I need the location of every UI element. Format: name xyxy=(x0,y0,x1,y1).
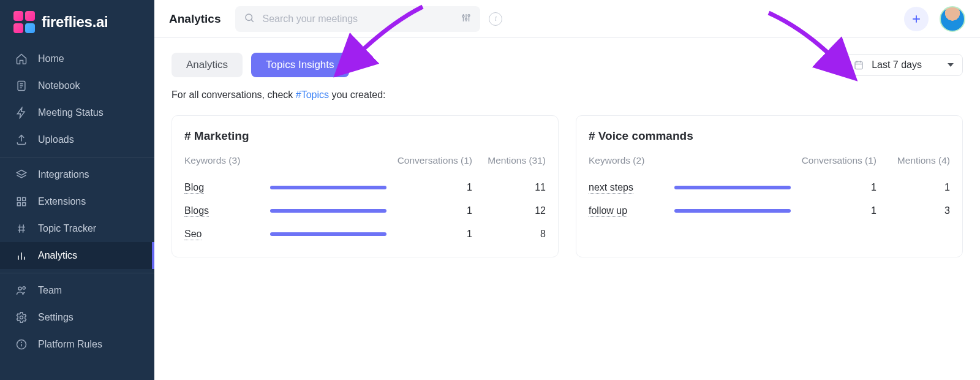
keyword-row: Blogs112 xyxy=(184,199,546,222)
bar xyxy=(270,232,393,236)
sidebar: fireflies.ai Home Notebook Meeting Statu… xyxy=(0,0,154,380)
layers-icon xyxy=(15,168,28,181)
tab-analytics[interactable]: Analytics xyxy=(172,53,243,77)
nav-divider xyxy=(0,273,154,273)
keyword[interactable]: Blogs xyxy=(184,205,270,216)
svg-point-22 xyxy=(246,14,252,21)
card-marketing: # Marketing Keywords (3) Conversations (… xyxy=(172,115,559,257)
keyword-row: Seo18 xyxy=(184,222,546,246)
keyword[interactable]: Blog xyxy=(184,182,270,193)
sidebar-item-label: Uploads xyxy=(38,134,74,145)
sidebar-item-label: Team xyxy=(38,285,62,296)
keyword-row: Blog111 xyxy=(184,176,546,199)
calendar-icon xyxy=(853,59,864,70)
card-rows: Blog111Blogs112Seo18 xyxy=(184,176,546,246)
conversations-value: 1 xyxy=(393,229,472,240)
search-input[interactable] xyxy=(262,13,453,25)
svg-point-25 xyxy=(462,15,464,17)
gear-icon xyxy=(15,311,28,324)
sidebar-item-extensions[interactable]: Extensions xyxy=(0,188,154,215)
date-range-label: Last 7 days xyxy=(872,59,922,70)
analytics-icon xyxy=(15,249,28,262)
sidebar-item-label: Settings xyxy=(38,312,74,323)
avatar[interactable] xyxy=(940,6,965,32)
cards: # Marketing Keywords (3) Conversations (… xyxy=(172,115,963,257)
conversations-value: 1 xyxy=(393,182,472,193)
sidebar-item-label: Meeting Status xyxy=(38,107,104,118)
card-rows: next steps11follow up13 xyxy=(589,176,950,222)
bar xyxy=(270,209,393,213)
svg-line-12 xyxy=(23,224,24,232)
nav-group-2: Team Settings Platform Rules xyxy=(0,277,154,358)
svg-marker-4 xyxy=(17,170,26,175)
col-keywords: Keywords (3) xyxy=(184,155,270,166)
notebook-icon xyxy=(15,79,28,93)
hash-icon xyxy=(15,222,28,235)
sidebar-item-topic-tracker[interactable]: Topic Tracker xyxy=(0,215,154,242)
sidebar-item-label: Home xyxy=(38,53,64,64)
sidebar-item-label: Notebook xyxy=(38,80,80,91)
bolt-icon xyxy=(15,106,28,120)
svg-rect-8 xyxy=(23,203,26,206)
team-icon xyxy=(15,284,28,297)
sidebar-item-analytics[interactable]: Analytics xyxy=(0,242,154,269)
filters-icon[interactable] xyxy=(461,12,472,26)
date-range-picker[interactable]: Last 7 days xyxy=(844,54,963,76)
conversations-value: 1 xyxy=(797,182,876,193)
nav-divider xyxy=(0,157,154,158)
mentions-value: 11 xyxy=(472,182,546,193)
conversations-value: 1 xyxy=(393,205,472,216)
logo-mark xyxy=(13,11,36,33)
svg-point-18 xyxy=(20,316,23,319)
sidebar-item-label: Integrations xyxy=(38,169,89,180)
logo[interactable]: fireflies.ai xyxy=(0,0,154,45)
bar xyxy=(674,209,797,213)
col-mentions: Mentions (4) xyxy=(876,155,950,166)
keyword[interactable]: Seo xyxy=(184,229,270,240)
col-conversations: Conversations (1) xyxy=(393,155,472,166)
search-box[interactable] xyxy=(235,6,480,32)
sidebar-item-platform-rules[interactable]: Platform Rules xyxy=(0,331,154,358)
info-icon xyxy=(15,338,28,351)
keyword[interactable]: next steps xyxy=(589,182,674,193)
nav-group-1: Integrations Extensions Topic Tracker An… xyxy=(0,161,154,269)
mentions-value: 8 xyxy=(472,229,546,240)
col-conversations: Conversations (1) xyxy=(797,155,876,166)
sidebar-item-notebook[interactable]: Notebook xyxy=(0,72,154,99)
sidebar-item-integrations[interactable]: Integrations xyxy=(0,161,154,188)
svg-rect-5 xyxy=(17,197,20,200)
sidebar-item-meeting-status[interactable]: Meeting Status xyxy=(0,99,154,126)
svg-point-16 xyxy=(18,287,21,290)
col-keywords: Keywords (2) xyxy=(589,155,674,166)
subtext: For all conversations, check #Topics you… xyxy=(172,89,963,101)
chevron-down-icon xyxy=(948,63,954,67)
sidebar-item-settings[interactable]: Settings xyxy=(0,304,154,331)
home-icon xyxy=(15,52,28,66)
sidebar-item-team[interactable]: Team xyxy=(0,277,154,304)
search-icon xyxy=(244,12,255,26)
sidebar-item-uploads[interactable]: Uploads xyxy=(0,126,154,153)
help-icon[interactable]: i xyxy=(489,12,502,26)
card-columns: Keywords (3) Conversations (1) Mentions … xyxy=(184,155,546,166)
sidebar-item-label: Analytics xyxy=(38,250,77,261)
tab-topics-insights[interactable]: Topics Insights xyxy=(251,53,349,77)
bar xyxy=(270,186,393,189)
topics-link[interactable]: #Topics xyxy=(296,89,329,100)
svg-rect-6 xyxy=(23,197,26,200)
grid-icon xyxy=(15,195,28,208)
svg-rect-7 xyxy=(17,203,20,206)
card-title: # Voice commands xyxy=(589,129,950,143)
tab-row: Analytics Topics Insights Last 7 days xyxy=(172,53,963,77)
brand-name: fireflies.ai xyxy=(42,13,108,31)
mentions-value: 12 xyxy=(472,205,546,216)
mentions-value: 1 xyxy=(876,182,950,193)
card-voice-commands: # Voice commands Keywords (2) Conversati… xyxy=(576,115,963,257)
svg-rect-32 xyxy=(855,62,862,69)
sidebar-item-home[interactable]: Home xyxy=(0,45,154,72)
svg-point-21 xyxy=(21,342,22,343)
add-button[interactable] xyxy=(904,7,929,31)
keyword[interactable]: follow up xyxy=(589,205,674,216)
card-columns: Keywords (2) Conversations (1) Mentions … xyxy=(589,155,950,166)
page-title: Analytics xyxy=(169,12,221,26)
sidebar-item-label: Extensions xyxy=(38,196,86,207)
